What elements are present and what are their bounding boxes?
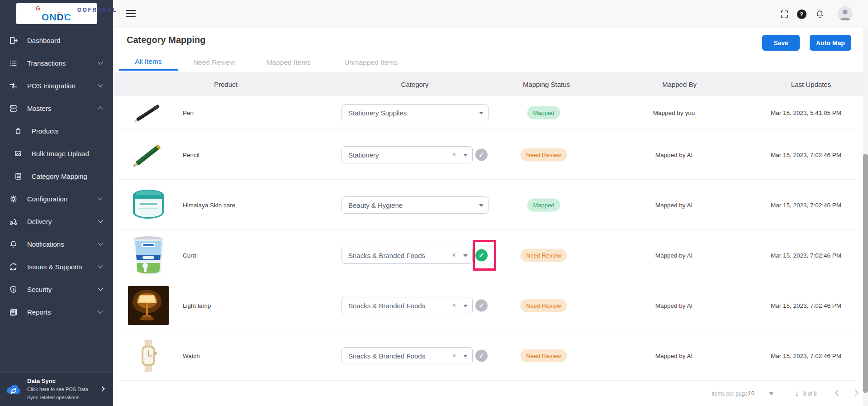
sidebar-menu: Dashboard Transactions POS Integration M… [0, 29, 113, 323]
tab-all-items[interactable]: All Items [119, 54, 178, 71]
category-select[interactable]: Stationery [342, 146, 473, 163]
hamburger-menu-button[interactable] [126, 10, 136, 18]
sidebar-item-notifications[interactable]: Notifications [0, 233, 113, 255]
sidebar-item-bulk-image-upload[interactable]: Bulk Image Upload [0, 142, 113, 165]
last-update-text: Mar 15, 2023, 7:02:46 PM [771, 302, 841, 309]
auto-map-button[interactable]: Auto Map [810, 35, 851, 51]
status-badge: Mapped [527, 106, 560, 119]
product-name: Watch [183, 352, 200, 359]
chevron-down-icon [463, 254, 468, 257]
clear-icon[interactable] [451, 352, 457, 360]
sidebar-item-security[interactable]: Security [0, 278, 113, 301]
column-header-mapping-status: Mapping Status [523, 81, 570, 88]
scrollbar-track[interactable] [863, 28, 868, 406]
approve-check-button[interactable] [475, 349, 488, 362]
last-update-text: Mar 15, 2023, 7:02:46 PM [771, 352, 841, 359]
notification-bell-icon[interactable] [814, 9, 825, 19]
category-select[interactable]: Stationery Supplies [342, 104, 489, 121]
mapped-by-text: Mapped by AI [655, 352, 693, 359]
clear-icon[interactable] [451, 151, 457, 159]
column-header-product: Product [214, 81, 237, 88]
logo-dot-orange [58, 12, 60, 14]
chevron-up-icon [98, 106, 103, 111]
sidebar-item-category-mapping[interactable]: Category Mapping [0, 165, 113, 187]
ondc-logo-text: ONDC [42, 12, 71, 22]
save-button[interactable]: Save [762, 35, 800, 51]
sidebar-item-products[interactable]: Products [0, 119, 113, 142]
transactions-icon [9, 58, 18, 67]
tab-mapped-items[interactable]: Mapped Items [257, 54, 320, 71]
data-sync-panel[interactable]: Data Sync Click here to see POS Data Syn… [0, 372, 113, 406]
product-name: Himalaya Skin care [183, 201, 235, 208]
sidebar-item-dashboard[interactable]: Dashboard [0, 29, 113, 52]
table-row: Pen Stationery Supplies Mapped Mapped by… [113, 96, 868, 129]
chevron-down-icon [98, 218, 103, 223]
highlight-annotation-box [473, 240, 496, 271]
product-image-watch [128, 339, 169, 373]
sidebar: GGOFRUGALGOFRUGAL ONDC Dashboard Transac… [0, 0, 113, 406]
product-image-curd [128, 236, 169, 275]
topbar [113, 0, 868, 28]
table-row: Pencil Stationery Need Review Mapped by … [113, 129, 868, 180]
chevron-down-icon [463, 154, 468, 157]
sidebar-item-delivery[interactable]: Delivery [0, 210, 113, 233]
tab-unmapped-items[interactable]: Unmapped Items [332, 54, 410, 71]
product-image-lamp [128, 286, 169, 325]
table-row: Light lamp Snacks & Branded Foods Need R… [113, 280, 868, 330]
gofrugal-logo-text: GGOFRUGALGOFRUGAL [36, 6, 77, 11]
previous-page-button[interactable] [835, 390, 841, 396]
scrollbar-thumb[interactable] [863, 154, 868, 393]
app-logo[interactable]: GGOFRUGALGOFRUGAL ONDC [16, 3, 97, 24]
column-header-last-updates: Last Updates [791, 81, 831, 88]
category-select[interactable]: Snacks & Branded Foods [342, 347, 473, 364]
sidebar-item-pos-integration[interactable]: POS Integration [0, 74, 113, 97]
category-select[interactable]: Snacks & Branded Foods [342, 247, 473, 264]
items-per-page-label: Items per page: [711, 391, 749, 397]
tab-bar: All Items Need Review Mapped Items Unmap… [113, 54, 410, 71]
sidebar-item-configuration[interactable]: Configuration [0, 187, 113, 210]
chevron-down-icon[interactable] [769, 392, 773, 395]
last-update-text: Mar 15, 2023, 7:02:46 PM [771, 252, 841, 258]
product-name: Light lamp [183, 302, 211, 309]
product-image-himalaya [128, 189, 169, 221]
fullscreen-icon[interactable] [779, 9, 790, 19]
pos-integration-icon [9, 81, 18, 90]
items-per-page-select[interactable]: 10 [748, 390, 754, 396]
tab-need-review[interactable]: Need Review [185, 54, 243, 71]
chevron-right-icon[interactable] [100, 386, 104, 391]
last-update-text: Mar 15, 2023, 5:41:05 PM [771, 110, 841, 116]
sidebar-item-issues-supports[interactable]: Issues & Supports [0, 255, 113, 278]
help-icon[interactable] [796, 9, 807, 19]
chevron-down-icon [98, 308, 103, 313]
sidebar-item-transactions[interactable]: Transactions [0, 52, 113, 74]
products-icon [14, 126, 23, 135]
dashboard-icon [9, 36, 18, 45]
delivery-scooter-icon [9, 217, 18, 226]
clear-icon[interactable] [451, 301, 457, 310]
chevron-down-icon [463, 355, 468, 358]
bell-icon [9, 239, 18, 248]
approve-check-button[interactable] [475, 148, 488, 161]
chevron-down-icon [463, 305, 468, 307]
logo-line1: GOFRUGAL [77, 7, 118, 13]
category-select[interactable]: Snacks & Branded Foods [342, 297, 473, 314]
mapped-by-text: Mapped by you [653, 110, 695, 116]
status-badge: Need Review [520, 349, 567, 362]
clear-icon[interactable] [451, 251, 457, 259]
next-page-button[interactable] [852, 390, 859, 396]
sidebar-item-reports[interactable]: Reports [0, 301, 113, 323]
mapped-by-text: Mapped by AI [655, 151, 693, 158]
sidebar-item-masters[interactable]: Masters [0, 97, 113, 119]
mapped-by-text: Mapped by AI [655, 302, 693, 309]
table-body: Pen Stationery Supplies Mapped Mapped by… [113, 96, 868, 381]
user-avatar[interactable] [838, 6, 853, 21]
table-row: Curd Snacks & Branded Foods Need Review … [113, 230, 868, 280]
approve-check-button[interactable] [475, 299, 488, 311]
category-select[interactable]: Beauty & Hygiene [342, 196, 489, 214]
chevron-down-icon [479, 204, 484, 207]
column-header-mapped-by: Mapped By [662, 81, 697, 88]
chevron-down-icon [98, 82, 103, 87]
table-row: Himalaya Skin care Beauty & Hygiene Mapp… [113, 180, 868, 230]
product-name: Pencil [183, 151, 199, 158]
chevron-down-icon [479, 112, 484, 115]
